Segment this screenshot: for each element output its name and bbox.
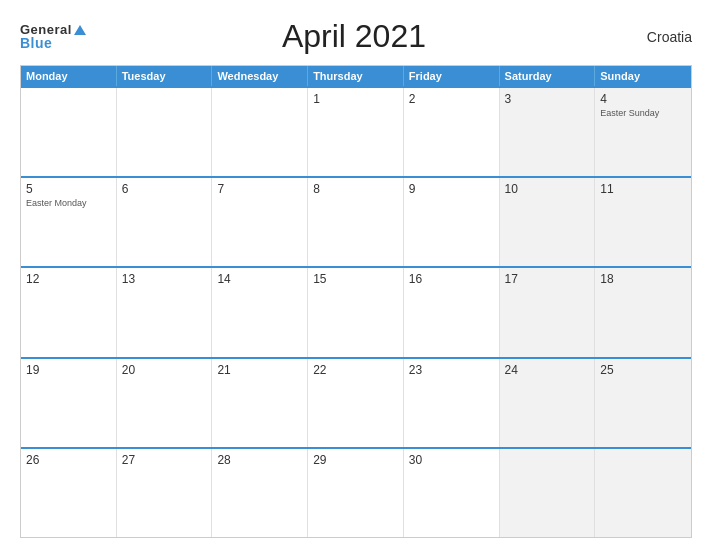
cal-cell-4-5: 23 <box>404 359 500 447</box>
cal-header-saturday: Saturday <box>500 66 596 86</box>
cal-cell-2-2: 6 <box>117 178 213 266</box>
day-number: 1 <box>313 92 398 106</box>
cal-cell-1-4: 1 <box>308 88 404 176</box>
holiday-label: Easter Sunday <box>600 108 686 120</box>
day-number: 25 <box>600 363 686 377</box>
cal-cell-5-5: 30 <box>404 449 500 537</box>
cal-cell-5-3: 28 <box>212 449 308 537</box>
cal-header-friday: Friday <box>404 66 500 86</box>
cal-week-1: 1234Easter Sunday <box>21 86 691 176</box>
cal-cell-1-3 <box>212 88 308 176</box>
cal-cell-2-1: 5Easter Monday <box>21 178 117 266</box>
cal-week-5: 2627282930 <box>21 447 691 537</box>
cal-header-tuesday: Tuesday <box>117 66 213 86</box>
day-number: 24 <box>505 363 590 377</box>
cal-cell-3-7: 18 <box>595 268 691 356</box>
calendar: MondayTuesdayWednesdayThursdayFridaySatu… <box>20 65 692 538</box>
day-number: 17 <box>505 272 590 286</box>
day-number: 19 <box>26 363 111 377</box>
cal-header-thursday: Thursday <box>308 66 404 86</box>
cal-cell-3-3: 14 <box>212 268 308 356</box>
day-number: 10 <box>505 182 590 196</box>
cal-cell-3-6: 17 <box>500 268 596 356</box>
holiday-label: Easter Monday <box>26 198 111 210</box>
cal-cell-3-2: 13 <box>117 268 213 356</box>
country-label: Croatia <box>622 29 692 45</box>
day-number: 8 <box>313 182 398 196</box>
day-number: 6 <box>122 182 207 196</box>
calendar-body: 1234Easter Sunday5Easter Monday678910111… <box>21 86 691 537</box>
day-number: 28 <box>217 453 302 467</box>
day-number: 21 <box>217 363 302 377</box>
calendar-header-row: MondayTuesdayWednesdayThursdayFridaySatu… <box>21 66 691 86</box>
day-number: 3 <box>505 92 590 106</box>
cal-cell-3-1: 12 <box>21 268 117 356</box>
day-number: 4 <box>600 92 686 106</box>
cal-cell-3-5: 16 <box>404 268 500 356</box>
cal-week-2: 5Easter Monday67891011 <box>21 176 691 266</box>
day-number: 9 <box>409 182 494 196</box>
cal-cell-4-1: 19 <box>21 359 117 447</box>
cal-cell-4-3: 21 <box>212 359 308 447</box>
cal-header-sunday: Sunday <box>595 66 691 86</box>
day-number: 11 <box>600 182 686 196</box>
day-number: 22 <box>313 363 398 377</box>
day-number: 14 <box>217 272 302 286</box>
cal-header-monday: Monday <box>21 66 117 86</box>
cal-cell-2-4: 8 <box>308 178 404 266</box>
cal-cell-2-7: 11 <box>595 178 691 266</box>
day-number: 2 <box>409 92 494 106</box>
day-number: 30 <box>409 453 494 467</box>
day-number: 23 <box>409 363 494 377</box>
day-number: 29 <box>313 453 398 467</box>
calendar-title: April 2021 <box>86 18 622 55</box>
header: General Blue April 2021 Croatia <box>20 18 692 55</box>
cal-cell-5-6 <box>500 449 596 537</box>
day-number: 15 <box>313 272 398 286</box>
cal-week-4: 19202122232425 <box>21 357 691 447</box>
day-number: 18 <box>600 272 686 286</box>
day-number: 20 <box>122 363 207 377</box>
cal-week-3: 12131415161718 <box>21 266 691 356</box>
cal-cell-4-4: 22 <box>308 359 404 447</box>
cal-cell-1-2 <box>117 88 213 176</box>
cal-cell-1-5: 2 <box>404 88 500 176</box>
day-number: 7 <box>217 182 302 196</box>
day-number: 5 <box>26 182 111 196</box>
cal-cell-1-6: 3 <box>500 88 596 176</box>
cal-header-wednesday: Wednesday <box>212 66 308 86</box>
logo-blue-text: Blue <box>20 36 86 50</box>
cal-cell-2-6: 10 <box>500 178 596 266</box>
day-number: 26 <box>26 453 111 467</box>
cal-cell-5-4: 29 <box>308 449 404 537</box>
logo: General Blue <box>20 23 86 50</box>
cal-cell-1-7: 4Easter Sunday <box>595 88 691 176</box>
cal-cell-2-3: 7 <box>212 178 308 266</box>
logo-triangle-icon <box>74 25 86 35</box>
day-number: 16 <box>409 272 494 286</box>
cal-cell-5-2: 27 <box>117 449 213 537</box>
page: General Blue April 2021 Croatia MondayTu… <box>0 0 712 550</box>
cal-cell-5-7 <box>595 449 691 537</box>
cal-cell-5-1: 26 <box>21 449 117 537</box>
day-number: 12 <box>26 272 111 286</box>
day-number: 27 <box>122 453 207 467</box>
cal-cell-4-2: 20 <box>117 359 213 447</box>
cal-cell-4-6: 24 <box>500 359 596 447</box>
day-number: 13 <box>122 272 207 286</box>
cal-cell-2-5: 9 <box>404 178 500 266</box>
cal-cell-3-4: 15 <box>308 268 404 356</box>
cal-cell-1-1 <box>21 88 117 176</box>
cal-cell-4-7: 25 <box>595 359 691 447</box>
